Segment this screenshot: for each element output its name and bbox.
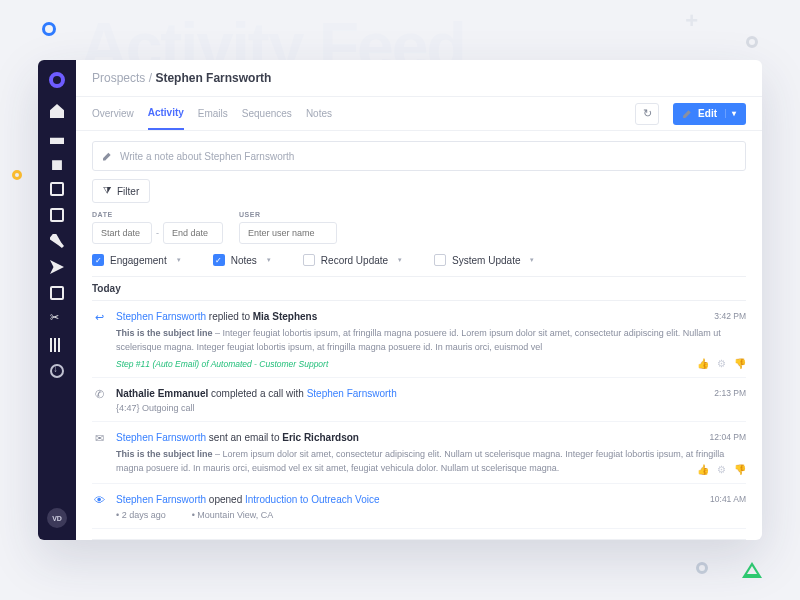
deco-ring-icon	[42, 22, 56, 36]
opportunities-icon[interactable]	[50, 208, 64, 222]
tab-bar: OverviewActivityEmailsSequencesNotes ↻ E…	[76, 97, 762, 131]
checkbox-icon: ✓	[213, 254, 225, 266]
checkbox-icon	[434, 254, 446, 266]
snippets-icon[interactable]: ✂	[50, 312, 64, 326]
tab-sequences[interactable]: Sequences	[242, 98, 292, 129]
filter-button[interactable]: ⧩ Filter	[92, 179, 150, 203]
refresh-button[interactable]: ↻	[635, 103, 659, 125]
reaction-button[interactable]: ⚙	[717, 358, 726, 369]
tab-emails[interactable]: Emails	[198, 98, 228, 129]
activity-description: This is the subject line – Lorem ipsum d…	[116, 448, 746, 475]
user-input[interactable]	[239, 222, 337, 244]
sequences-icon[interactable]	[50, 260, 64, 274]
people-icon[interactable]	[50, 130, 64, 144]
deco-ring-icon	[696, 562, 708, 574]
date-label: DATE	[92, 211, 223, 218]
breadcrumb-current: Stephen Farnsworth	[155, 71, 271, 85]
chevron-down-icon: ▾	[267, 256, 271, 264]
reaction-button[interactable]: 👎	[734, 358, 746, 369]
deco-plus-icon: +	[685, 8, 698, 34]
pencil-icon	[103, 152, 112, 161]
deco-ring-icon	[12, 170, 22, 180]
sidebar: ✂ VD	[38, 60, 76, 540]
end-date-input[interactable]	[163, 222, 223, 244]
accounts-icon[interactable]	[50, 156, 64, 170]
call-icon: ✆	[92, 388, 106, 413]
pencil-icon	[683, 109, 692, 118]
section-header: Yesterday	[92, 539, 746, 540]
reply-icon: ↩	[92, 311, 106, 369]
content-area: Write a note about Stephen Farnsworth ⧩ …	[76, 131, 762, 540]
deco-triangle-icon	[742, 562, 762, 578]
category-system-update[interactable]: System Update▾	[434, 254, 534, 266]
user-avatar[interactable]: VD	[47, 508, 67, 528]
activity-description: This is the subject line – Integer feugi…	[116, 327, 746, 354]
timestamp: 2:13 PM	[714, 388, 746, 398]
activity-headline: Stephen Farnsworth replied to Mia Stephe…	[116, 311, 746, 322]
app-logo-icon[interactable]	[49, 72, 65, 88]
tasks-icon[interactable]	[50, 182, 64, 196]
activity-item: ↩Stephen Farnsworth replied to Mia Steph…	[92, 301, 746, 378]
reaction-button[interactable]: 👎	[734, 464, 746, 475]
activity-item: ✆Nathalie Emmanuel completed a call with…	[92, 378, 746, 422]
user-label: USER	[239, 211, 337, 218]
edit-button[interactable]: Edit ▾	[673, 103, 746, 125]
activity-meta: Step #11 (Auto Email) of Automated - Cus…	[116, 359, 746, 369]
checkbox-icon	[303, 254, 315, 266]
activity-sub: {4:47} Outgoing call	[116, 403, 746, 413]
reports-icon[interactable]	[50, 338, 64, 352]
activity-feed: Today↩Stephen Farnsworth replied to Mia …	[92, 276, 746, 540]
breadcrumb: Prospects / Stephen Farnsworth	[76, 60, 762, 97]
note-input[interactable]: Write a note about Stephen Farnsworth	[92, 141, 746, 171]
download-icon[interactable]	[50, 364, 64, 378]
section-header: Today	[92, 276, 746, 301]
actor-link[interactable]: Stephen Farnsworth	[116, 311, 206, 322]
mail-icon: ✉	[92, 432, 106, 475]
activity-headline: Stephen Farnsworth sent an email to Eric…	[116, 432, 746, 443]
category-record-update[interactable]: Record Update▾	[303, 254, 402, 266]
timestamp: 3:42 PM	[714, 311, 746, 321]
actor-link[interactable]: Stephen Farnsworth	[116, 432, 206, 443]
timestamp: 12:04 PM	[710, 432, 746, 442]
reaction-button[interactable]: ⚙	[717, 464, 726, 475]
filter-icon: ⧩	[103, 185, 111, 197]
category-engagement[interactable]: ✓Engagement▾	[92, 254, 181, 266]
deco-ring-icon	[746, 36, 758, 48]
reaction-button[interactable]: 👍	[697, 358, 709, 369]
reactions: 👍⚙👎	[697, 464, 746, 475]
chevron-down-icon: ▾	[530, 256, 534, 264]
eye-icon: 👁	[92, 494, 106, 520]
chevron-down-icon: ▾	[725, 109, 736, 118]
tab-activity[interactable]: Activity	[148, 97, 184, 130]
reaction-button[interactable]: 👍	[697, 464, 709, 475]
activity-item: ✉Stephen Farnsworth sent an email to Eri…	[92, 422, 746, 484]
tab-overview[interactable]: Overview	[92, 98, 134, 129]
chevron-down-icon: ▾	[398, 256, 402, 264]
category-filters: ✓Engagement▾✓Notes▾Record Update▾System …	[92, 254, 746, 266]
reactions: 👍⚙👎	[697, 358, 746, 369]
filter-controls: DATE - USER	[92, 211, 746, 244]
checkbox-icon: ✓	[92, 254, 104, 266]
target-link[interactable]: Stephen Farnsworth	[307, 388, 397, 399]
activity-item: 👁Stephen Farnsworth opened Introduction …	[92, 484, 746, 529]
breadcrumb-root[interactable]: Prospects	[92, 71, 145, 85]
activity-headline: Stephen Farnsworth opened Introduction t…	[116, 494, 746, 505]
home-icon[interactable]	[50, 104, 64, 118]
main-panel: Prospects / Stephen Farnsworth OverviewA…	[76, 60, 762, 540]
activity-headline: Nathalie Emmanuel completed a call with …	[116, 388, 746, 399]
app-window: ✂ VD Prospects / Stephen Farnsworth Over…	[38, 60, 762, 540]
target-link[interactable]: Introduction to Outreach Voice	[245, 494, 380, 505]
activity-subrow: 2 days agoMountain View, CA	[116, 510, 746, 520]
templates-icon[interactable]	[50, 286, 64, 300]
start-date-input[interactable]	[92, 222, 152, 244]
calls-icon[interactable]	[50, 234, 64, 248]
actor-link[interactable]: Stephen Farnsworth	[116, 494, 206, 505]
tab-notes[interactable]: Notes	[306, 98, 332, 129]
timestamp: 10:41 AM	[710, 494, 746, 504]
category-notes[interactable]: ✓Notes▾	[213, 254, 271, 266]
chevron-down-icon: ▾	[177, 256, 181, 264]
